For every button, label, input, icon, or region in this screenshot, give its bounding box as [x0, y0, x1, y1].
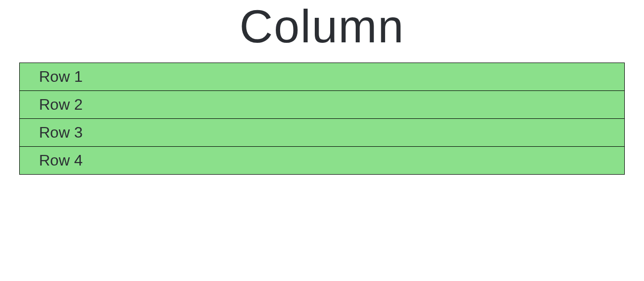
table-cell: Row 2 — [20, 91, 625, 119]
table-cell: Row 3 — [20, 119, 625, 147]
table-row: Row 2 — [20, 91, 625, 119]
table-row: Row 3 — [20, 119, 625, 147]
page-container: Column Row 1 Row 2 Row 3 Row 4 — [0, 0, 644, 175]
table-row: Row 1 — [20, 63, 625, 91]
page-title: Column — [19, 0, 625, 53]
table-row: Row 4 — [20, 147, 625, 175]
data-table: Row 1 Row 2 Row 3 Row 4 — [19, 63, 625, 175]
table-cell: Row 1 — [20, 63, 625, 91]
table-cell: Row 4 — [20, 147, 625, 175]
